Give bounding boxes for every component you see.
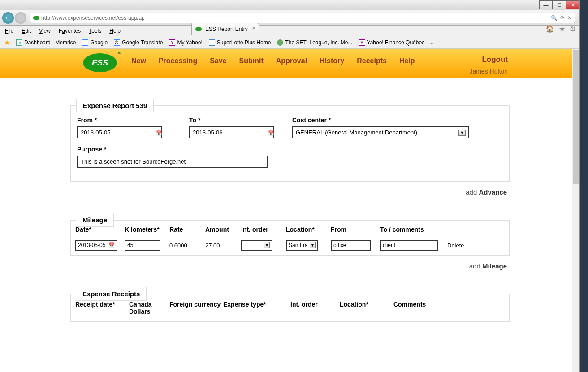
bookmark-memrise[interactable]: mDashboard - Memrise xyxy=(16,39,76,46)
mileage-intorder-select[interactable]: ▼ xyxy=(241,240,272,251)
url-input[interactable] xyxy=(41,15,551,21)
dropdown-icon[interactable]: ▼ xyxy=(458,130,466,136)
bookmarks-bar: ★ mDashboard - Memrise Google Google Tra… xyxy=(0,36,579,49)
col-expense-type: Expense type* xyxy=(223,301,290,315)
col-from: From xyxy=(331,226,380,233)
nav-new[interactable]: New xyxy=(131,57,146,65)
to-date-input[interactable] xyxy=(189,126,274,138)
nav-processing[interactable]: Processing xyxy=(159,57,197,65)
nav-help[interactable]: Help xyxy=(399,57,415,65)
bookmark-google[interactable]: Google xyxy=(82,39,108,46)
window-minimize-button[interactable]: — xyxy=(539,0,553,9)
browser-tab[interactable]: ESS Report Entry ✕ xyxy=(191,23,259,35)
col-receipt-location: Location* xyxy=(340,301,393,315)
mileage-to-input[interactable] xyxy=(380,240,438,251)
refresh-icon[interactable]: ⟳ xyxy=(560,15,565,21)
tab-favicon-icon xyxy=(195,27,202,31)
col-receipt-date: Receipt date* xyxy=(75,301,129,315)
main-nav: New Processing Save Submit Approval Hist… xyxy=(131,57,415,65)
col-rate: Rate xyxy=(169,226,205,233)
add-favorite-icon[interactable]: ★ xyxy=(4,39,10,47)
menu-help[interactable]: Help xyxy=(109,28,121,34)
mileage-section: Mileage Date* Kilometers* Rate Amount In… xyxy=(70,220,510,255)
mileage-amount-value: 27.00 xyxy=(205,242,241,249)
dropdown-icon[interactable]: ▼ xyxy=(264,242,270,248)
dropdown-icon[interactable]: ▼ xyxy=(310,242,316,248)
bookmark-seti[interactable]: The SETI League, Inc. Me... xyxy=(277,39,352,46)
mileage-km-input[interactable] xyxy=(125,240,160,251)
expense-report-legend: Expense Report 539 xyxy=(76,99,154,112)
menu-view[interactable]: View xyxy=(39,28,51,34)
nav-save[interactable]: Save xyxy=(210,57,226,65)
bookmark-yahoo-finance[interactable]: YYahoo! Finance Québec - ... xyxy=(359,39,434,46)
address-bar[interactable]: 🔍 ⟳ ✕ xyxy=(30,13,575,23)
menu-tools[interactable]: Tools xyxy=(89,28,101,34)
page-content: ESS New Processing Save Submit Approval … xyxy=(0,49,579,372)
col-int-order: Int. order xyxy=(241,226,286,233)
receipts-section: Expense Receipts Receipt date* Canada Do… xyxy=(70,294,510,322)
scroll-thumb[interactable] xyxy=(573,50,579,184)
nav-receipts[interactable]: Receipts xyxy=(357,57,387,65)
username-label: James Holton xyxy=(469,68,508,75)
favicon-icon xyxy=(33,16,39,20)
from-date-input[interactable] xyxy=(77,126,162,138)
tab-close-icon[interactable]: ✕ xyxy=(252,26,256,31)
browser-window: — ☐ ✕ ← → 🔍 ⟳ ✕ ESS Report Entry ✕ 🏠 ★ xyxy=(0,0,580,372)
nav-back-button[interactable]: ← xyxy=(2,12,14,24)
purpose-input[interactable] xyxy=(77,156,268,168)
mileage-legend: Mileage xyxy=(76,213,114,227)
mileage-delete-link[interactable]: Delete xyxy=(447,242,474,249)
bookmark-google-translate[interactable]: Google Translate xyxy=(114,39,163,46)
col-foreign: Foreign currency xyxy=(169,301,223,315)
nav-forward-button[interactable]: → xyxy=(15,12,26,24)
col-location: Location* xyxy=(286,226,331,233)
calendar-icon[interactable] xyxy=(108,242,115,248)
calendar-icon[interactable] xyxy=(268,130,274,136)
menu-favorites[interactable]: Favorites xyxy=(59,28,81,34)
nav-history[interactable]: History xyxy=(320,57,344,65)
col-to: To / comments xyxy=(380,226,447,233)
to-label: To * xyxy=(189,117,274,124)
mileage-location-select[interactable]: ▼ xyxy=(286,240,318,251)
browser-navbar: ← → 🔍 ⟳ ✕ ESS Report Entry ✕ 🏠 ★ ⚙ xyxy=(0,10,579,26)
col-cad: Canada Dollars xyxy=(129,301,169,315)
mileage-row: 0.6000 27.00 ▼ ▼ Delete xyxy=(71,237,509,255)
logout-link[interactable]: Logout xyxy=(482,55,508,64)
app-header: ESS New Processing Save Submit Approval … xyxy=(0,49,579,78)
browser-menubar: File Edit View Favorites Tools Help xyxy=(0,26,579,36)
cost-center-select[interactable]: GENERAL (General Management Department) … xyxy=(292,126,469,138)
mileage-from-input[interactable] xyxy=(331,240,371,251)
col-receipt-intorder: Int. order xyxy=(290,301,340,315)
mileage-rate-value: 0.6000 xyxy=(169,242,205,249)
bookmark-superlotto[interactable]: SuperLotto Plus Home xyxy=(209,39,271,46)
vertical-scrollbar[interactable] xyxy=(572,49,579,372)
add-mileage-link[interactable]: add Mileage xyxy=(70,255,510,276)
nav-submit[interactable]: Submit xyxy=(239,57,264,65)
cost-center-label: Cost center * xyxy=(292,117,469,124)
stop-icon[interactable]: ✕ xyxy=(567,15,572,21)
col-comments: Comments xyxy=(393,301,447,315)
menu-edit[interactable]: Edit xyxy=(22,28,31,34)
nav-approval[interactable]: Approval xyxy=(276,57,307,65)
menu-file[interactable]: File xyxy=(5,28,13,34)
search-icon[interactable]: 🔍 xyxy=(551,15,558,21)
purpose-label: Purpose * xyxy=(77,146,268,153)
window-titlebar: — ☐ ✕ xyxy=(0,0,579,10)
settings-icon[interactable]: ⚙ xyxy=(570,25,576,33)
home-icon[interactable]: 🏠 xyxy=(545,25,554,33)
add-advance-link[interactable]: add Advance xyxy=(70,182,510,202)
col-date: Date* xyxy=(75,226,125,233)
calendar-icon[interactable] xyxy=(156,130,162,136)
favorites-icon[interactable]: ★ xyxy=(559,25,565,33)
expense-report-section: Expense Report 539 From * To * xyxy=(70,105,510,182)
window-maximize-button[interactable]: ☐ xyxy=(553,0,566,9)
col-km: Kilometers* xyxy=(125,226,169,233)
from-label: From * xyxy=(77,117,162,124)
mileage-date-input[interactable] xyxy=(75,240,117,251)
receipts-legend: Expense Receipts xyxy=(76,287,147,301)
tab-title: ESS Report Entry xyxy=(205,26,248,32)
ess-logo[interactable]: ESS xyxy=(83,53,117,72)
col-amount: Amount xyxy=(205,226,241,233)
window-close-button[interactable]: ✕ xyxy=(566,0,579,9)
bookmark-my-yahoo[interactable]: YMy Yahoo! xyxy=(169,39,202,46)
